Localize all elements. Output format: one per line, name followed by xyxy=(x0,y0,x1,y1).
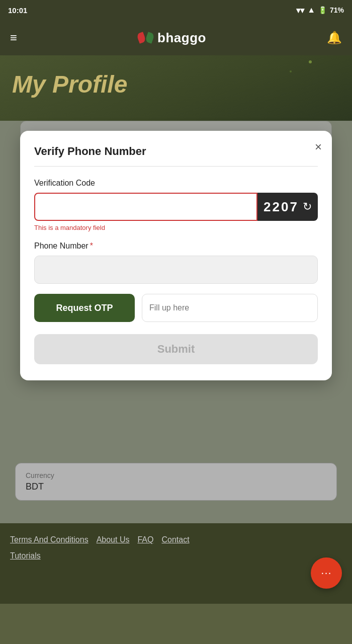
signal-icon: ▾▾ xyxy=(296,6,304,15)
header: ≡ bhaggo 🔔 xyxy=(0,20,352,55)
logo-leaves xyxy=(138,33,153,43)
notification-icon[interactable]: 🔔 xyxy=(327,31,342,45)
leaf-green-icon xyxy=(145,32,155,44)
footer-links-row2: Tutorials xyxy=(10,551,342,560)
logo-text: bhaggo xyxy=(157,30,206,46)
profile-title-area: My Profile xyxy=(0,55,352,121)
footer-link-faq[interactable]: FAQ xyxy=(137,535,153,544)
chat-fab-button[interactable]: ··· xyxy=(311,557,342,589)
modal-overlay: × Verify Phone Number Verification Code … xyxy=(0,121,352,523)
modal-divider xyxy=(34,166,318,167)
submit-button[interactable]: Submit xyxy=(34,334,318,364)
otp-fill-input[interactable] xyxy=(142,294,318,322)
otp-row: Request OTP xyxy=(34,294,318,322)
status-icons: ▾▾ ▲ 🔋 71% xyxy=(296,6,344,15)
captcha-number: 2207 xyxy=(263,199,299,215)
battery-percent: 71% xyxy=(330,6,344,14)
request-otp-button[interactable]: Request OTP xyxy=(34,294,135,322)
footer-link-tutorials[interactable]: Tutorials xyxy=(10,551,41,560)
menu-icon[interactable]: ≡ xyxy=(10,31,17,45)
time: 10:01 xyxy=(8,6,27,15)
phone-number-input[interactable] xyxy=(34,256,318,284)
footer-link-about[interactable]: About Us xyxy=(97,535,130,544)
refresh-captcha-icon[interactable]: ↻ xyxy=(303,200,312,213)
status-bar: 10:01 ▾▾ ▲ 🔋 71% xyxy=(0,0,352,20)
battery-icon: 🔋 xyxy=(318,6,327,14)
page-content: × Verify Phone Number Verification Code … xyxy=(0,121,352,523)
footer: Terms And Conditions About Us FAQ Contac… xyxy=(0,523,352,604)
verification-error: This is a mandatory field xyxy=(34,224,318,231)
verification-code-label: Verification Code xyxy=(34,179,318,188)
wifi-icon: ▲ xyxy=(307,6,315,15)
leaf-red-icon xyxy=(136,32,146,44)
modal-close-button[interactable]: × xyxy=(315,141,322,153)
modal-title: Verify Phone Number xyxy=(34,145,318,158)
captcha-box: 2207 ↻ xyxy=(257,193,318,221)
chat-icon: ··· xyxy=(321,567,331,580)
required-indicator: * xyxy=(90,242,93,250)
logo: bhaggo xyxy=(138,30,206,46)
phone-number-label: Phone Number* xyxy=(34,242,318,251)
page-title: My Profile xyxy=(12,70,340,98)
verification-code-input[interactable] xyxy=(34,193,257,221)
verification-row: 2207 ↻ xyxy=(34,193,318,221)
verify-phone-modal: × Verify Phone Number Verification Code … xyxy=(20,131,332,380)
footer-link-terms[interactable]: Terms And Conditions xyxy=(10,535,89,544)
footer-link-contact[interactable]: Contact xyxy=(161,535,189,544)
footer-links: Terms And Conditions About Us FAQ Contac… xyxy=(10,535,342,544)
